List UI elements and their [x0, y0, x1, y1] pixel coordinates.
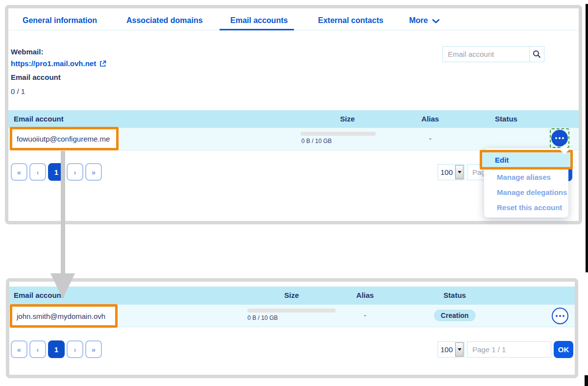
- email-address: fowuoiiutp@configureme.me: [17, 135, 110, 143]
- email-cell-highlight: fowuoiiutp@configureme.me: [10, 127, 119, 150]
- active-tab-underline: [220, 29, 294, 30]
- tab-more-label: More: [409, 16, 428, 24]
- search-box: [442, 46, 544, 62]
- email-address: john.smith@mydomain.ovh: [17, 312, 105, 320]
- page-next-button[interactable]: ›: [67, 163, 83, 181]
- col-email-account: Email account: [14, 115, 64, 123]
- menu-item-manage-delegations[interactable]: Manage delegations: [497, 188, 567, 196]
- col-status: Status: [443, 291, 466, 299]
- row-actions-button[interactable]: [550, 128, 569, 148]
- page-next-button[interactable]: ›: [67, 340, 83, 358]
- quota-bar: [247, 309, 336, 313]
- page-prev-button[interactable]: ‹: [29, 163, 46, 181]
- col-alias: Alias: [356, 291, 374, 299]
- account-count-value: 0 / 1: [11, 87, 25, 96]
- alias-value: -: [364, 311, 367, 319]
- page-number-input[interactable]: [467, 341, 551, 358]
- search-input[interactable]: [443, 47, 529, 62]
- account-count-label: Email account: [11, 73, 61, 81]
- search-icon: [533, 50, 541, 58]
- col-status: Status: [495, 115, 517, 123]
- pagination: « ‹ 1 › »: [11, 163, 102, 181]
- select-arrow-icon: [455, 342, 464, 357]
- table-row: fowuoiiutp@configureme.me 0 B / 10 GB -: [8, 128, 579, 150]
- annotation-arrow-head: [50, 273, 75, 299]
- page-1-button[interactable]: 1: [48, 340, 65, 358]
- tab-external-contacts[interactable]: External contacts: [318, 16, 383, 25]
- tab-more[interactable]: More: [409, 16, 440, 25]
- pagination: « ‹ 1 › »: [11, 340, 102, 358]
- webmail-link[interactable]: https://pro1.mail.ovh.net: [11, 59, 106, 68]
- screen-edge-artifact: [586, 4, 588, 272]
- col-alias: Alias: [421, 115, 439, 123]
- page-last-button[interactable]: »: [85, 163, 102, 181]
- select-arrow-icon: [455, 165, 464, 179]
- page-prev-button[interactable]: ‹: [29, 340, 46, 358]
- email-cell-highlight: john.smith@mydomain.ovh: [10, 304, 118, 328]
- chevron-down-icon: [432, 19, 440, 24]
- quota-text: 0 B / 10 GB: [247, 314, 278, 321]
- menu-item-reset-account[interactable]: Reset this account: [497, 203, 562, 212]
- table-header: Email account Size Alias Status: [9, 287, 575, 305]
- ellipsis-icon: [551, 130, 568, 146]
- table-header: Email account Size Alias Status: [8, 110, 579, 128]
- page-first-button[interactable]: «: [11, 340, 27, 358]
- row-actions-button[interactable]: [550, 306, 570, 326]
- page-last-button[interactable]: »: [85, 340, 102, 358]
- external-link-icon: [99, 60, 106, 67]
- col-size: Size: [340, 115, 355, 123]
- status-badge: Creation: [434, 310, 476, 321]
- col-size: Size: [284, 291, 299, 299]
- email-accounts-panel-after: Email account Size Alias Status john.smi…: [6, 278, 578, 378]
- page-size-value: 100: [438, 168, 455, 176]
- page-first-button[interactable]: «: [11, 163, 27, 181]
- annotation-arrow-shaft: [61, 151, 65, 274]
- email-accounts-panel-before: General information Associated domains E…: [5, 5, 582, 224]
- tab-general-information[interactable]: General information: [23, 16, 97, 25]
- quota-text: 0 B / 10 GB: [301, 138, 332, 145]
- alias-value: -: [429, 134, 432, 143]
- menu-item-edit[interactable]: Edit: [480, 150, 573, 169]
- row-actions-menu: Edit Manage aliases Manage delegations R…: [484, 148, 568, 217]
- webmail-url: https://pro1.mail.ovh.net: [11, 59, 96, 68]
- ok-button[interactable]: OK: [554, 341, 573, 358]
- search-button[interactable]: [529, 47, 544, 62]
- page-size-select[interactable]: 100: [438, 341, 465, 358]
- screen-edge-artifact: [585, 375, 588, 386]
- quota-bar: [300, 132, 376, 136]
- menu-item-manage-aliases[interactable]: Manage aliases: [497, 173, 551, 181]
- ellipsis-icon: [552, 308, 568, 324]
- tab-associated-domains[interactable]: Associated domains: [126, 16, 203, 25]
- table-row: john.smith@mydomain.ovh 0 B / 10 GB - Cr…: [9, 305, 575, 327]
- webmail-label: Webmail:: [11, 48, 43, 56]
- tab-email-accounts[interactable]: Email accounts: [230, 16, 288, 25]
- page-size-value: 100: [438, 345, 455, 354]
- page-size-select[interactable]: 100: [438, 164, 465, 180]
